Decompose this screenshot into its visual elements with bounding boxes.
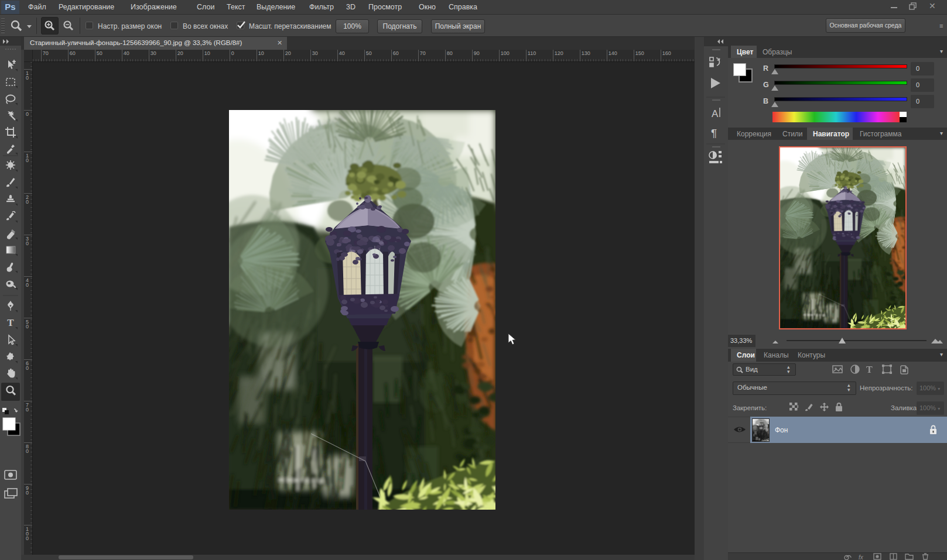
svg-text:fx: fx	[859, 554, 864, 560]
svg-text:¶: ¶	[711, 127, 717, 139]
svg-text:T: T	[7, 317, 14, 328]
svg-text:A: A	[712, 108, 719, 119]
svg-text:T: T	[866, 365, 873, 375]
